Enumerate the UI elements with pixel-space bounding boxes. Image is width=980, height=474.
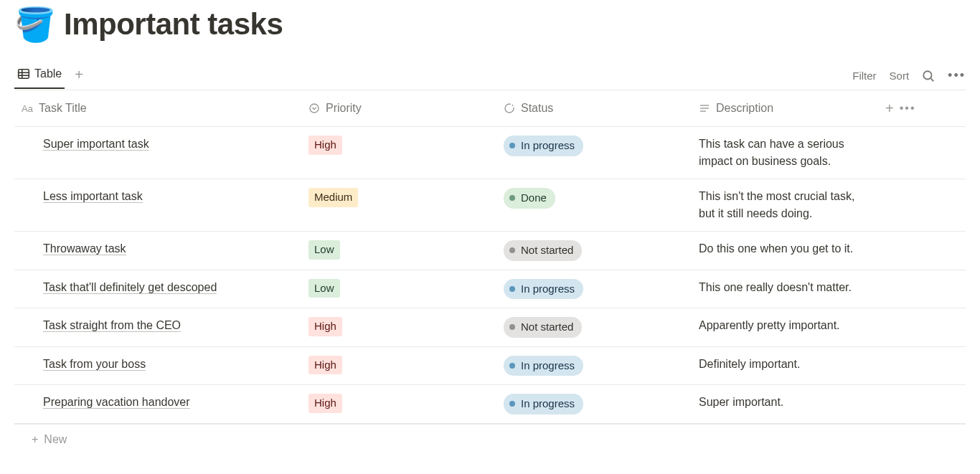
add-view-button[interactable]: + — [75, 67, 83, 85]
filter-button[interactable]: Filter — [852, 70, 876, 82]
status-pill[interactable]: Not started — [504, 240, 582, 261]
status-label: Not started — [521, 319, 573, 336]
cell-status[interactable]: Not started — [496, 232, 692, 270]
cell-title[interactable]: Throwaway task — [14, 232, 301, 270]
cell-description[interactable]: This one really doesn't matter. — [692, 270, 878, 308]
cell-priority[interactable]: High — [301, 385, 496, 423]
column-header-description[interactable]: Description — [692, 90, 878, 126]
priority-tag[interactable]: Low — [308, 279, 340, 298]
status-dot-icon — [509, 286, 515, 292]
column-more-icon[interactable]: ••• — [900, 100, 916, 117]
status-pill[interactable]: Not started — [504, 317, 582, 338]
cell-status[interactable]: Not started — [496, 308, 692, 346]
new-row-label: New — [44, 433, 67, 446]
select-icon — [308, 103, 320, 114]
priority-tag[interactable]: High — [308, 356, 342, 375]
task-title-link[interactable]: Task straight from the CEO — [43, 319, 181, 332]
text-lines-icon — [699, 103, 710, 114]
page-header: 🪣 Important tasks — [14, 7, 966, 42]
svg-rect-0 — [19, 69, 29, 77]
cell-status[interactable]: In progress — [496, 270, 692, 308]
svg-text:Aa: Aa — [22, 103, 33, 114]
add-column-button[interactable]: + — [885, 98, 894, 119]
text-icon: Aa — [22, 103, 33, 114]
status-pill[interactable]: In progress — [504, 136, 583, 156]
cell-priority[interactable]: Low — [301, 232, 496, 270]
task-title-link[interactable]: Task from your boss — [43, 358, 146, 371]
cell-title[interactable]: Super important task — [14, 127, 301, 179]
task-title-link[interactable]: Task that'll definitely get descoped — [43, 281, 217, 294]
table-row: Task that'll definitely get descopedLowI… — [14, 270, 966, 309]
status-pill[interactable]: Done — [504, 188, 555, 209]
cell-trailing — [878, 179, 966, 231]
cell-description[interactable]: Super important. — [692, 385, 878, 423]
column-header-status[interactable]: Status — [496, 90, 692, 126]
priority-tag[interactable]: Low — [308, 240, 340, 260]
cell-trailing — [878, 232, 966, 270]
cell-status[interactable]: In progress — [496, 127, 692, 179]
cell-title[interactable]: Less important task — [14, 179, 301, 231]
status-label: Not started — [521, 242, 573, 259]
tab-table[interactable]: Table — [14, 63, 65, 89]
table-header-row: Aa Task Title Priority Status — [14, 90, 966, 127]
column-header-priority[interactable]: Priority — [301, 90, 496, 126]
status-pill[interactable]: In progress — [504, 394, 583, 414]
column-header-title[interactable]: Aa Task Title — [14, 90, 301, 126]
cell-title[interactable]: Task straight from the CEO — [14, 308, 301, 346]
cell-description[interactable]: Do this one when you get to it. — [692, 232, 878, 270]
cell-priority[interactable]: High — [301, 347, 496, 385]
status-label: In progress — [521, 138, 575, 154]
task-title-link[interactable]: Preparing vacation handover — [43, 396, 190, 409]
search-icon[interactable] — [922, 70, 935, 82]
cell-status[interactable]: In progress — [496, 347, 692, 385]
task-title-link[interactable]: Throwaway task — [43, 242, 126, 255]
table-row: Task straight from the CEOHighNot starte… — [14, 308, 966, 347]
status-label: In progress — [521, 358, 575, 374]
priority-tag[interactable]: High — [308, 136, 342, 155]
table-row: Super important taskHighIn progressThis … — [14, 127, 966, 179]
status-icon — [504, 103, 515, 114]
tab-label: Table — [34, 67, 62, 80]
cell-priority[interactable]: Low — [301, 270, 496, 308]
status-pill[interactable]: In progress — [504, 279, 583, 300]
status-dot-icon — [509, 143, 515, 148]
cell-status[interactable]: In progress — [496, 385, 692, 423]
cell-description[interactable]: This task can have a serious impact on b… — [692, 127, 878, 179]
cell-description[interactable]: Apparently pretty important. — [692, 308, 878, 346]
cell-status[interactable]: Done — [496, 179, 692, 231]
cell-trailing — [878, 308, 966, 346]
svg-point-7 — [310, 104, 319, 113]
status-pill[interactable]: In progress — [504, 356, 583, 376]
more-icon[interactable]: ••• — [948, 68, 966, 83]
status-dot-icon — [509, 363, 515, 369]
priority-tag[interactable]: High — [308, 317, 342, 336]
new-row-button[interactable]: + New — [14, 425, 966, 455]
table-row: Preparing vacation handoverHighIn progre… — [14, 385, 966, 424]
cell-title[interactable]: Preparing vacation handover — [14, 385, 301, 423]
cell-title[interactable]: Task that'll definitely get descoped — [14, 270, 301, 308]
bucket-icon[interactable]: 🪣 — [14, 8, 55, 41]
table: Aa Task Title Priority Status — [14, 90, 966, 425]
svg-line-5 — [930, 78, 933, 81]
cell-title[interactable]: Task from your boss — [14, 347, 301, 385]
column-header-label: Description — [716, 100, 773, 117]
cell-trailing — [878, 270, 966, 308]
priority-tag[interactable]: High — [308, 394, 342, 413]
sort-button[interactable]: Sort — [890, 70, 910, 82]
column-header-label: Status — [521, 100, 553, 117]
status-dot-icon — [509, 324, 515, 330]
page-title[interactable]: Important tasks — [64, 7, 283, 42]
table-icon — [17, 67, 30, 80]
cell-priority[interactable]: High — [301, 127, 496, 179]
plus-icon: + — [32, 433, 38, 446]
cell-priority[interactable]: Medium — [301, 179, 496, 231]
task-title-link[interactable]: Less important task — [43, 190, 143, 203]
cell-trailing — [878, 385, 966, 423]
cell-priority[interactable]: High — [301, 308, 496, 346]
status-label: In progress — [521, 396, 575, 412]
task-title-link[interactable]: Super important task — [43, 138, 149, 151]
priority-tag[interactable]: Medium — [308, 188, 358, 207]
cell-description[interactable]: Definitely important. — [692, 347, 878, 385]
cell-description[interactable]: This isn't the most crucial task, but it… — [692, 179, 878, 231]
status-label: Done — [521, 190, 547, 207]
